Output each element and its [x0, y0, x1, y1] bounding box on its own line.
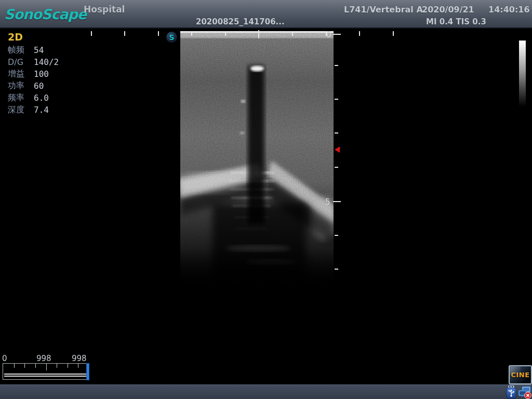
ruler-tick — [14, 364, 15, 368]
ruler-tick — [335, 65, 338, 66]
ruler-tick — [91, 31, 92, 36]
parameter-value: 60 — [34, 81, 44, 91]
parameter-row: 帧频54 — [8, 44, 59, 56]
parameter-value: 140/2 — [34, 57, 59, 67]
cine-button[interactable]: CINE — [509, 365, 532, 384]
parameter-row: 增益100 — [8, 68, 59, 80]
ruler-tick — [68, 364, 68, 368]
parameter-row: 深度7.4 — [8, 104, 59, 116]
parameter-label: 功率 — [8, 81, 34, 91]
mi-tis-readout: MI 0.4 TIS 0.3 — [426, 17, 486, 26]
ruler-tick — [333, 201, 341, 202]
parameter-value: 6.0 — [34, 93, 49, 103]
parameter-value: 7.4 — [34, 105, 49, 115]
hospital-name: Hospital — [84, 4, 125, 15]
network-disconnected-icon[interactable] — [518, 386, 531, 399]
focus-marker-icon[interactable] — [335, 147, 340, 153]
ruler-tick — [57, 364, 57, 368]
probe-preset: L741/Vertebral A — [344, 5, 423, 15]
parameter-row: D/G140/2 — [8, 56, 59, 68]
scrubber-rail-line — [4, 374, 88, 375]
grayscale-bar — [519, 41, 526, 107]
ruler-tick — [393, 31, 394, 36]
parameter-row: 功率60 — [8, 80, 59, 92]
usb-device-icon[interactable] — [506, 385, 517, 399]
ultrasound-bmode-render — [180, 31, 334, 282]
ruler-tick — [333, 34, 341, 35]
ruler-tick — [335, 269, 338, 270]
cine-button-label: CINE — [511, 371, 529, 379]
cine-position-handle[interactable] — [86, 363, 89, 380]
cine-frame-labels: 0 998 998 — [0, 354, 94, 363]
ruler-tick — [258, 30, 259, 38]
parameter-label: 深度 — [8, 104, 34, 115]
parameter-label: 帧频 — [8, 45, 34, 56]
parameter-value: 100 — [34, 69, 49, 79]
parameter-row: 频率6.0 — [8, 92, 59, 104]
taskbar — [0, 384, 532, 399]
parameter-value: 54 — [34, 45, 44, 55]
depth-label-5: 5 — [325, 197, 330, 207]
system-date: 2020/09/21 — [422, 5, 474, 15]
sonoscape-badge-icon: S — [169, 33, 174, 42]
ruler-tick — [335, 167, 338, 168]
ultrasound-image[interactable] — [180, 31, 334, 282]
parameter-label: 增益 — [8, 69, 34, 79]
cine-start-frame: 0 — [2, 354, 7, 363]
screen: SonoScape Hospital L741/Vertebral A 2020… — [0, 0, 532, 399]
cine-total-frames: 998 — [72, 354, 87, 363]
parameter-label: 频率 — [8, 92, 34, 103]
system-time: 14:40:16 — [488, 5, 530, 15]
ruler-tick — [292, 31, 293, 36]
ruler-tick — [335, 235, 338, 236]
ruler-tick — [335, 99, 338, 100]
ruler-tick — [225, 31, 226, 36]
imaging-parameters: 帧频54D/G140/2增益100功率60频率6.0深度7.4 — [8, 44, 59, 116]
ruler-tick — [124, 31, 125, 36]
ruler-tick — [335, 132, 338, 134]
depth-label-0: 0 — [326, 30, 331, 39]
ruler-tick — [35, 364, 36, 368]
cine-current-frame: 998 — [36, 354, 51, 363]
mode-indicator: 2D — [8, 31, 23, 43]
ruler-tick — [24, 364, 25, 368]
title-bar: SonoScape Hospital L741/Vertebral A 2020… — [0, 0, 532, 29]
exam-id: 20200825_141706... — [196, 17, 285, 26]
ruler-tick — [158, 31, 159, 36]
cine-scrubber-track[interactable] — [3, 363, 89, 380]
sonoscape-logo: SonoScape — [4, 6, 86, 22]
scrubber-rail-line — [4, 376, 88, 377]
probe-orientation-marker: S — [166, 32, 177, 43]
ruler-tick — [46, 364, 47, 370]
ruler-tick — [359, 31, 360, 36]
ruler-tick — [191, 31, 192, 36]
parameter-label: D/G — [8, 57, 34, 67]
ruler-tick — [78, 364, 78, 368]
